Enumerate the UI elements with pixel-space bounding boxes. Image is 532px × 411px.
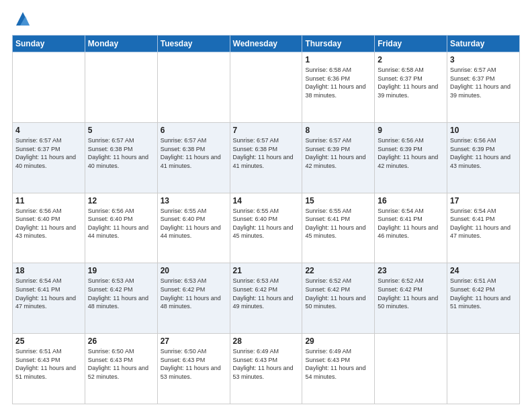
- day-header-saturday: Saturday: [447, 36, 520, 52]
- logo: [12, 12, 32, 28]
- calendar-cell: 22Sunrise: 6:52 AMSunset: 6:42 PMDayligh…: [302, 263, 375, 334]
- calendar-cell: 18Sunrise: 6:54 AMSunset: 6:41 PMDayligh…: [13, 263, 85, 334]
- calendar-cell: 3Sunrise: 6:57 AMSunset: 6:37 PMDaylight…: [447, 52, 520, 123]
- calendar-cell: 17Sunrise: 6:54 AMSunset: 6:41 PMDayligh…: [447, 193, 520, 263]
- day-info: Sunrise: 6:57 AMSunset: 6:38 PMDaylight:…: [161, 136, 227, 170]
- calendar-cell: 5Sunrise: 6:57 AMSunset: 6:38 PMDaylight…: [85, 122, 157, 193]
- logo-icon: [13, 9, 32, 28]
- day-number: 15: [305, 196, 371, 205]
- day-number: 22: [305, 266, 371, 275]
- calendar-header-row: SundayMondayTuesdayWednesdayThursdayFrid…: [13, 36, 520, 52]
- day-number: 9: [378, 126, 444, 135]
- calendar-cell: 2Sunrise: 6:58 AMSunset: 6:37 PMDaylight…: [375, 52, 447, 123]
- day-number: 28: [233, 336, 300, 346]
- day-info: Sunrise: 6:49 AMSunset: 6:43 PMDaylight:…: [305, 347, 371, 381]
- calendar-week-1: 1Sunrise: 6:58 AMSunset: 6:36 PMDaylight…: [13, 52, 520, 123]
- day-info: Sunrise: 6:55 AMSunset: 6:40 PMDaylight:…: [161, 207, 227, 240]
- day-number: 20: [161, 266, 227, 275]
- day-number: 27: [161, 336, 227, 346]
- calendar-cell: 4Sunrise: 6:57 AMSunset: 6:37 PMDaylight…: [13, 122, 85, 193]
- calendar-cell: 28Sunrise: 6:49 AMSunset: 6:43 PMDayligh…: [230, 334, 302, 404]
- day-info: Sunrise: 6:53 AMSunset: 6:42 PMDaylight:…: [88, 277, 154, 310]
- day-info: Sunrise: 6:56 AMSunset: 6:40 PMDaylight:…: [15, 207, 82, 240]
- calendar-cell: 25Sunrise: 6:51 AMSunset: 6:43 PMDayligh…: [13, 334, 85, 404]
- day-info: Sunrise: 6:51 AMSunset: 6:43 PMDaylight:…: [15, 347, 82, 381]
- calendar-cell: 8Sunrise: 6:57 AMSunset: 6:39 PMDaylight…: [302, 122, 375, 193]
- day-number: 21: [233, 266, 300, 275]
- day-header-friday: Friday: [375, 36, 447, 52]
- day-header-monday: Monday: [85, 36, 157, 52]
- day-number: 5: [88, 126, 154, 135]
- day-number: 4: [15, 126, 82, 135]
- day-info: Sunrise: 6:57 AMSunset: 6:37 PMDaylight:…: [15, 136, 82, 170]
- day-info: Sunrise: 6:53 AMSunset: 6:42 PMDaylight:…: [233, 277, 300, 310]
- day-number: 17: [450, 196, 517, 205]
- calendar-week-4: 18Sunrise: 6:54 AMSunset: 6:41 PMDayligh…: [13, 263, 520, 334]
- day-number: 10: [450, 126, 517, 135]
- day-info: Sunrise: 6:57 AMSunset: 6:37 PMDaylight:…: [450, 66, 517, 99]
- day-number: 3: [450, 55, 517, 64]
- calendar-week-2: 4Sunrise: 6:57 AMSunset: 6:37 PMDaylight…: [13, 122, 520, 193]
- calendar-cell: 23Sunrise: 6:52 AMSunset: 6:42 PMDayligh…: [375, 263, 447, 334]
- day-info: Sunrise: 6:49 AMSunset: 6:43 PMDaylight:…: [233, 347, 300, 381]
- calendar-cell: 27Sunrise: 6:50 AMSunset: 6:43 PMDayligh…: [157, 334, 230, 404]
- calendar-cell: 1Sunrise: 6:58 AMSunset: 6:36 PMDaylight…: [302, 52, 375, 123]
- calendar-cell: 24Sunrise: 6:51 AMSunset: 6:42 PMDayligh…: [447, 263, 520, 334]
- page: SundayMondayTuesdayWednesdayThursdayFrid…: [0, 0, 532, 411]
- calendar-week-5: 25Sunrise: 6:51 AMSunset: 6:43 PMDayligh…: [13, 334, 520, 404]
- day-info: Sunrise: 6:56 AMSunset: 6:40 PMDaylight:…: [88, 207, 154, 240]
- day-number: 13: [161, 196, 227, 205]
- day-info: Sunrise: 6:58 AMSunset: 6:36 PMDaylight:…: [305, 66, 371, 99]
- calendar-cell: [375, 334, 447, 404]
- calendar-cell: 14Sunrise: 6:55 AMSunset: 6:40 PMDayligh…: [230, 193, 302, 263]
- calendar-cell: [157, 52, 230, 123]
- day-number: 12: [88, 196, 154, 205]
- calendar-cell: 10Sunrise: 6:56 AMSunset: 6:39 PMDayligh…: [447, 122, 520, 193]
- day-number: 11: [15, 196, 82, 205]
- day-number: 25: [15, 336, 82, 346]
- day-info: Sunrise: 6:56 AMSunset: 6:39 PMDaylight:…: [378, 136, 444, 170]
- calendar-cell: 26Sunrise: 6:50 AMSunset: 6:43 PMDayligh…: [85, 334, 157, 404]
- calendar-cell: [13, 52, 85, 123]
- day-number: 26: [88, 336, 154, 346]
- day-info: Sunrise: 6:56 AMSunset: 6:39 PMDaylight:…: [450, 136, 517, 170]
- day-info: Sunrise: 6:55 AMSunset: 6:41 PMDaylight:…: [305, 207, 371, 240]
- day-number: 18: [15, 266, 82, 275]
- day-number: 19: [88, 266, 154, 275]
- day-info: Sunrise: 6:57 AMSunset: 6:39 PMDaylight:…: [305, 136, 371, 170]
- day-number: 6: [161, 126, 227, 135]
- calendar-cell: 15Sunrise: 6:55 AMSunset: 6:41 PMDayligh…: [302, 193, 375, 263]
- calendar-table: SundayMondayTuesdayWednesdayThursdayFrid…: [12, 35, 520, 404]
- calendar-cell: 29Sunrise: 6:49 AMSunset: 6:43 PMDayligh…: [302, 334, 375, 404]
- day-number: 14: [233, 196, 300, 205]
- calendar-cell: [230, 52, 302, 123]
- calendar-cell: 13Sunrise: 6:55 AMSunset: 6:40 PMDayligh…: [157, 193, 230, 263]
- day-header-tuesday: Tuesday: [157, 36, 230, 52]
- day-number: 1: [305, 55, 371, 64]
- day-info: Sunrise: 6:57 AMSunset: 6:38 PMDaylight:…: [88, 136, 154, 170]
- day-number: 24: [450, 266, 517, 275]
- day-header-wednesday: Wednesday: [230, 36, 302, 52]
- day-info: Sunrise: 6:54 AMSunset: 6:41 PMDaylight:…: [378, 207, 444, 240]
- day-info: Sunrise: 6:50 AMSunset: 6:43 PMDaylight:…: [161, 347, 227, 381]
- day-info: Sunrise: 6:57 AMSunset: 6:38 PMDaylight:…: [233, 136, 300, 170]
- day-info: Sunrise: 6:52 AMSunset: 6:42 PMDaylight:…: [305, 277, 371, 310]
- day-info: Sunrise: 6:55 AMSunset: 6:40 PMDaylight:…: [233, 207, 300, 240]
- calendar-cell: 20Sunrise: 6:53 AMSunset: 6:42 PMDayligh…: [157, 263, 230, 334]
- day-number: 23: [378, 266, 444, 275]
- day-header-sunday: Sunday: [13, 36, 85, 52]
- day-info: Sunrise: 6:50 AMSunset: 6:43 PMDaylight:…: [88, 347, 154, 381]
- day-info: Sunrise: 6:54 AMSunset: 6:41 PMDaylight:…: [450, 207, 517, 240]
- day-number: 2: [378, 55, 444, 64]
- day-number: 8: [305, 126, 371, 135]
- calendar-week-3: 11Sunrise: 6:56 AMSunset: 6:40 PMDayligh…: [13, 193, 520, 263]
- day-number: 16: [378, 196, 444, 205]
- calendar-cell: 7Sunrise: 6:57 AMSunset: 6:38 PMDaylight…: [230, 122, 302, 193]
- day-info: Sunrise: 6:53 AMSunset: 6:42 PMDaylight:…: [161, 277, 227, 310]
- calendar-cell: [85, 52, 157, 123]
- day-number: 29: [305, 336, 371, 346]
- calendar-cell: 21Sunrise: 6:53 AMSunset: 6:42 PMDayligh…: [230, 263, 302, 334]
- day-info: Sunrise: 6:58 AMSunset: 6:37 PMDaylight:…: [378, 66, 444, 99]
- calendar-cell: 19Sunrise: 6:53 AMSunset: 6:42 PMDayligh…: [85, 263, 157, 334]
- calendar-cell: 11Sunrise: 6:56 AMSunset: 6:40 PMDayligh…: [13, 193, 85, 263]
